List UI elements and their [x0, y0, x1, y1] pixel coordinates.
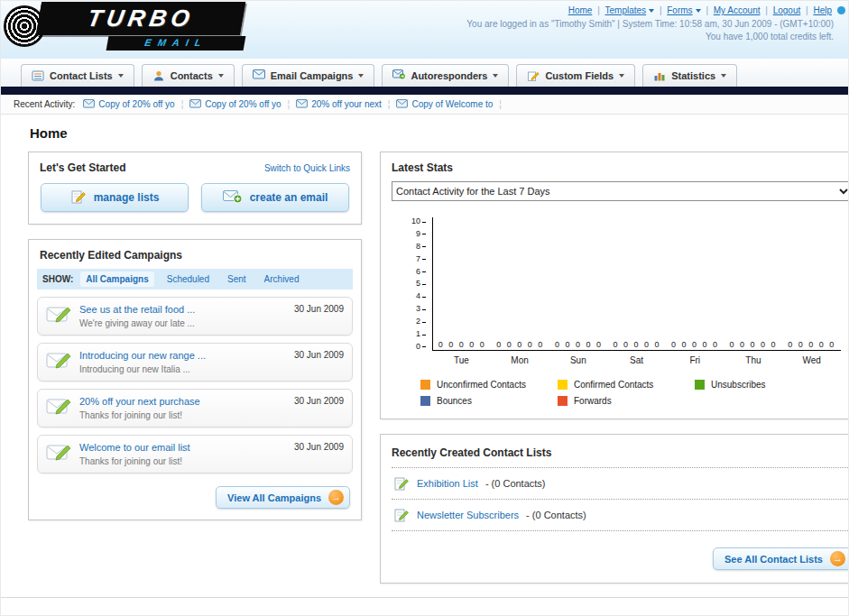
main-content: Home Let's Get Started Switch to Quick L… — [1, 115, 848, 598]
recent-activity-item[interactable]: Copy of 20% off yo — [83, 99, 174, 110]
decoration-dot — [837, 6, 845, 14]
nav-tab-autoresponders[interactable]: Autoresponders — [382, 64, 509, 87]
campaign-date: 30 Jun 2009 — [294, 350, 344, 374]
contact-list-detail: - (0 Contacts) — [485, 478, 546, 489]
campaign-title-link[interactable]: See us at the retail food ... — [79, 304, 286, 315]
nav-tab-contacts[interactable]: Contacts — [142, 64, 235, 87]
recent-activity-link[interactable]: Copy of 20% off yo — [205, 99, 281, 109]
top-link-label: Forms — [667, 5, 692, 15]
campaign-list-item[interactable]: 20% off your next purchase Thanks for jo… — [37, 389, 353, 428]
campaign-list-item[interactable]: See us at the retail food ... We're givi… — [37, 297, 353, 336]
contact-list-name-link[interactable]: Newsletter Subscribers — [417, 510, 519, 520]
campaign-title-link[interactable]: Introducing our new range ... — [79, 350, 286, 361]
campaign-list-item[interactable]: Welcome to our email list Thanks for joi… — [37, 435, 353, 473]
campaign-date: 30 Jun 2009 — [294, 442, 344, 466]
legend-swatch — [420, 396, 430, 406]
y-tick-label: 5 — [416, 280, 426, 288]
x-tick-label: Sun — [549, 355, 607, 365]
legend-label: Unsubscribes — [711, 380, 766, 390]
chevron-down-icon — [358, 74, 364, 78]
tab-archived[interactable]: Archived — [259, 271, 305, 287]
top-link-templates[interactable]: Templates — [605, 5, 655, 15]
nav-tab-email-campaigns[interactable]: Email Campaigns — [242, 64, 375, 87]
x-tick-label: Mon — [491, 355, 549, 365]
logo-title: TURBO — [36, 2, 246, 35]
value-label-group: 0 0 0 0 0 — [608, 340, 667, 349]
contact-list-name-link[interactable]: Exhibition List — [417, 478, 478, 489]
separator: | — [660, 5, 662, 15]
page: TURBO EMAIL Home | Templates | Forms | M… — [0, 0, 849, 616]
latest-stats-panel: Latest Stats Contact Activity for the La… — [380, 152, 849, 419]
campaign-list-item[interactable]: Introducing our new range ... Introducin… — [37, 343, 353, 382]
chevron-down-icon — [649, 9, 654, 13]
legend-swatch — [695, 380, 705, 390]
campaign-date: 30 Jun 2009 — [294, 304, 344, 328]
top-link-logout[interactable]: Logout — [773, 5, 801, 15]
top-link-my-account[interactable]: My Account — [714, 5, 761, 15]
pencil-icon — [527, 69, 540, 82]
footer-divider — [1, 597, 848, 598]
manage-lists-button[interactable]: manage lists — [41, 183, 189, 212]
contact-list-item[interactable]: Newsletter Subscribers - (0 Contacts) — [392, 500, 849, 531]
arrow-right-icon: → — [830, 551, 845, 566]
tab-sent[interactable]: Sent — [222, 271, 252, 287]
recent-activity-item[interactable]: 20% off your next — [296, 99, 382, 110]
envelope-icon — [396, 99, 408, 110]
campaign-date: 30 Jun 2009 — [294, 396, 344, 420]
autoresponder-icon — [392, 69, 405, 82]
create-email-button[interactable]: create an email — [201, 183, 349, 212]
recent-activity-bar: Recent Activity: Copy of 20% off yo ¦ Co… — [1, 95, 848, 115]
top-link-forms[interactable]: Forms — [667, 5, 700, 15]
recent-activity-link[interactable]: 20% off your next — [311, 99, 382, 109]
recent-activity-item[interactable]: Copy of Welcome to — [396, 99, 493, 110]
chevron-down-icon — [218, 74, 224, 78]
separator: ¦ — [388, 99, 391, 109]
contact-list-item[interactable]: Exhibition List - (0 Contacts) — [392, 468, 849, 500]
view-all-campaigns-button[interactable]: View All Campaigns → — [216, 486, 350, 509]
header: TURBO EMAIL Home | Templates | Forms | M… — [1, 1, 848, 59]
y-tick-label: 0 — [416, 343, 426, 351]
nav-tab-statistics[interactable]: Statistics — [642, 64, 737, 87]
chart-x-axis: TueMonSunSatFriThuWed — [432, 351, 841, 365]
campaign-title-link[interactable]: 20% off your next purchase — [79, 396, 286, 407]
envelope-icon — [253, 69, 265, 82]
nav-tab-label: Email Campaigns — [271, 70, 354, 81]
top-link-label: My Account — [714, 5, 761, 15]
nav-tab-label: Statistics — [671, 70, 715, 81]
top-link-home[interactable]: Home — [568, 5, 593, 15]
campaign-title-link[interactable]: Welcome to our email list — [79, 442, 286, 453]
switch-quick-links-link[interactable]: Switch to Quick Links — [264, 163, 350, 173]
top-nav: Home | Templates | Forms | My Account | … — [466, 5, 834, 15]
tab-scheduled[interactable]: Scheduled — [161, 271, 215, 287]
chart-value-labels: 0 0 0 0 00 0 0 0 00 0 0 0 00 0 0 0 00 0 … — [433, 340, 841, 349]
x-tick-label: Thu — [724, 355, 783, 365]
recent-activity-link[interactable]: Copy of 20% off yo — [98, 99, 174, 109]
recent-activity-link[interactable]: Copy of Welcome to — [411, 99, 493, 109]
see-all-contact-lists-button[interactable]: See All Contact Lists → — [713, 547, 849, 570]
y-tick-label: 10 — [411, 217, 426, 225]
x-tick-label: Fri — [666, 355, 724, 365]
view-all-campaigns-label: View All Campaigns — [227, 492, 321, 503]
top-link-label: Logout — [773, 5, 801, 15]
separator: ¦ — [288, 99, 291, 109]
latest-stats-title: Latest Stats — [392, 161, 453, 174]
app-logo: TURBO EMAIL — [1, 1, 263, 57]
campaign-envelope-pencil-icon — [46, 442, 71, 464]
campaign-subtitle: Introducing our new Italia ... — [79, 364, 286, 374]
page-title: Home — [30, 125, 821, 141]
pencil-paper-icon — [70, 188, 87, 207]
nav-tab-custom-fields[interactable]: Custom Fields — [516, 64, 635, 87]
contact-lists-title: Recently Created Contact Lists — [392, 446, 551, 459]
y-tick-label: 7 — [416, 255, 426, 263]
contact-lists-panel: Recently Created Contact Lists Exhibitio… — [380, 434, 849, 584]
tab-all-campaigns[interactable]: All Campaigns — [80, 271, 153, 287]
value-label-group: 0 0 0 0 0 — [492, 340, 550, 349]
top-link-help[interactable]: Help — [813, 5, 832, 15]
contact-list-detail: - (0 Contacts) — [526, 510, 586, 520]
chevron-down-icon — [721, 74, 726, 78]
stats-period-select[interactable]: Contact Activity for the Last 7 Days — [392, 181, 849, 201]
separator: ¦ — [499, 99, 502, 109]
recent-activity-item[interactable]: Copy of 20% off yo — [189, 99, 281, 110]
campaigns-title: Recently Edited Campaigns — [40, 249, 182, 262]
nav-tab-contact-lists[interactable]: Contact Lists — [21, 64, 134, 87]
